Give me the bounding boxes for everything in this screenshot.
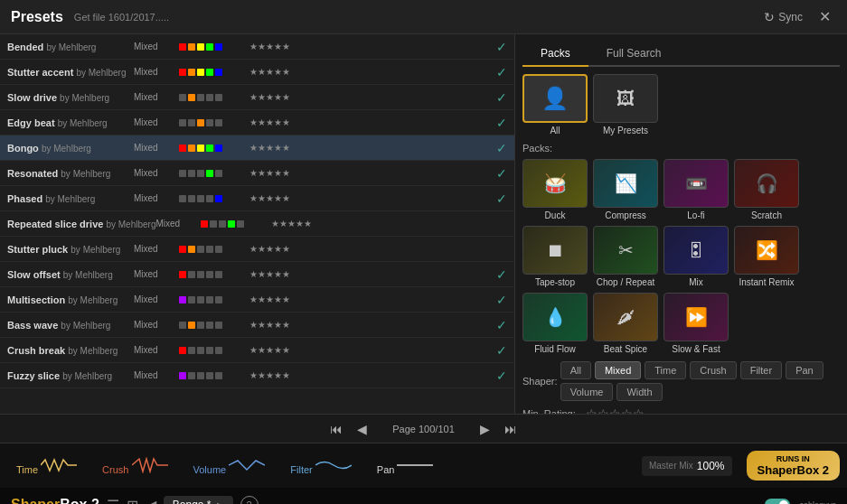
preset-stars[interactable]: ★★★★★ bbox=[249, 117, 322, 127]
preset-author: by Mehlberg bbox=[106, 219, 155, 229]
menu-icon[interactable]: ☰ bbox=[107, 497, 119, 505]
preset-stars[interactable]: ★★★★★ bbox=[249, 370, 322, 380]
preset-stars[interactable]: ★★★★★ bbox=[249, 345, 322, 355]
shaper-btn-pan[interactable]: Pan bbox=[786, 361, 823, 379]
pack-compress[interactable]: 📉Compress bbox=[593, 159, 658, 220]
pack-lofi[interactable]: 📼Lo-fi bbox=[663, 159, 729, 220]
pack-all[interactable]: 👤 All bbox=[522, 74, 588, 135]
preset-row[interactable]: Bongo by MehlbergMixed★★★★★✓ bbox=[0, 135, 514, 161]
preset-row[interactable]: Stutter pluck by MehlbergMixed★★★★★ bbox=[0, 237, 514, 262]
preset-selector[interactable]: Bongo * ▶ bbox=[164, 496, 233, 504]
page-start-button[interactable]: ⏮ bbox=[323, 422, 350, 436]
preset-row[interactable]: Fuzzy slice by MehlbergMixed★★★★★✓ bbox=[0, 363, 514, 388]
pack-label-duck: Duck bbox=[522, 210, 588, 220]
preset-row[interactable]: Crush break by MehlbergMixed★★★★★✓ bbox=[0, 338, 514, 363]
preset-row[interactable]: Multisection by MehlbergMixed★★★★★✓ bbox=[0, 287, 514, 313]
pack-mypresets[interactable]: 🖼 My Presets bbox=[593, 74, 658, 135]
preset-check-icon: ✓ bbox=[496, 40, 507, 54]
brand-text: ShaperBox 2 bbox=[758, 463, 829, 477]
close-button[interactable]: ✕ bbox=[814, 6, 836, 27]
pack-fluidflow[interactable]: 💧Fluid Flow bbox=[522, 293, 588, 354]
preset-colors bbox=[179, 94, 242, 101]
preset-stars[interactable]: ★★★★★ bbox=[249, 244, 322, 254]
color-block bbox=[215, 195, 222, 202]
preset-colors bbox=[179, 145, 242, 152]
shaper-btn-time[interactable]: Time bbox=[645, 361, 686, 379]
preset-row[interactable]: Stutter accent by MehlbergMixed★★★★★✓ bbox=[0, 60, 514, 85]
tab-fullsearch[interactable]: Full Search bbox=[588, 42, 680, 67]
pack-slowfast[interactable]: ⏩Slow & Fast bbox=[663, 293, 729, 354]
tabs-row: Packs Full Search bbox=[522, 42, 840, 67]
pack-instantremix[interactable]: 🔀Instant Remix bbox=[734, 226, 799, 287]
pack-beatspice[interactable]: 🌶Beat Spice bbox=[593, 293, 658, 354]
sync-button[interactable]: ↻ Sync bbox=[764, 10, 803, 24]
preset-stars[interactable]: ★★★★★ bbox=[249, 269, 322, 279]
preset-stars[interactable]: ★★★★★ bbox=[249, 67, 322, 77]
shaper-btn-crush[interactable]: Crush bbox=[690, 361, 736, 379]
color-block bbox=[188, 296, 195, 303]
preset-author: by Mehlberg bbox=[60, 93, 109, 103]
color-block bbox=[179, 347, 186, 354]
preset-stars[interactable]: ★★★★★ bbox=[249, 42, 322, 51]
tab-filter[interactable]: Filter bbox=[281, 453, 361, 479]
preset-check-icon: ✓ bbox=[496, 141, 507, 155]
color-block bbox=[219, 220, 226, 228]
color-block bbox=[197, 43, 204, 51]
preset-type: Mixed bbox=[134, 294, 179, 304]
color-block bbox=[210, 220, 217, 228]
help-button[interactable]: ? bbox=[240, 496, 259, 504]
preset-stars[interactable]: ★★★★★ bbox=[249, 294, 322, 304]
tab-crush[interactable]: Crush bbox=[93, 453, 176, 479]
pack-tapestop[interactable]: ⏹Tape-stop bbox=[522, 226, 588, 287]
page-end-button[interactable]: ⏭ bbox=[497, 422, 524, 436]
rating-stars[interactable]: ☆☆☆☆☆ bbox=[586, 406, 645, 414]
toggle-switch[interactable] bbox=[765, 499, 790, 504]
preset-stars[interactable]: ★★★★★ bbox=[249, 320, 322, 330]
shaper-btn-mixed[interactable]: Mixed bbox=[595, 361, 641, 379]
runs-in-badge[interactable]: RUNS IN ShaperBox 2 bbox=[747, 451, 840, 481]
shaper-btn-volume[interactable]: Volume bbox=[560, 383, 614, 401]
preset-stars[interactable]: ★★★★★ bbox=[249, 143, 322, 153]
preset-row[interactable]: Slow drive by MehlbergMixed★★★★★✓ bbox=[0, 85, 514, 110]
pack-thumb-scratch: 🎧 bbox=[734, 159, 799, 208]
arrow-left-icon[interactable]: ◀ bbox=[146, 497, 156, 505]
grid-icon[interactable]: ⊞ bbox=[127, 497, 138, 505]
preset-author: by Mehlberg bbox=[71, 245, 120, 255]
preset-row[interactable]: Edgy beat by MehlbergMixed★★★★★✓ bbox=[0, 110, 514, 135]
pack-duck[interactable]: 🥁Duck bbox=[522, 159, 588, 220]
page-prev-button[interactable]: ◀ bbox=[350, 422, 374, 436]
pack-choprepeat[interactable]: ✂Chop / Repeat bbox=[593, 226, 658, 287]
preset-stars[interactable]: ★★★★★ bbox=[249, 193, 322, 203]
color-block bbox=[206, 322, 213, 329]
preset-row[interactable]: Resonated by MehlbergMixed★★★★★✓ bbox=[0, 161, 514, 186]
shaper-btn-width[interactable]: Width bbox=[616, 383, 662, 401]
tab-packs[interactable]: Packs bbox=[522, 42, 588, 67]
preset-name: Slow drive by Mehlberg bbox=[7, 92, 134, 103]
page-info: Page 100/101 bbox=[392, 424, 455, 434]
preset-stars[interactable]: ★★★★★ bbox=[249, 92, 322, 102]
color-block bbox=[201, 220, 208, 228]
preset-row[interactable]: Phased by MehlbergMixed★★★★★✓ bbox=[0, 186, 514, 211]
pack-mix[interactable]: 🎛Mix bbox=[663, 226, 729, 287]
preset-row[interactable]: Repeated slice drive by MehlbergMixed★★★… bbox=[0, 211, 514, 237]
tab-volume[interactable]: Volume bbox=[184, 453, 275, 479]
preset-type: Mixed bbox=[134, 193, 179, 203]
color-block bbox=[206, 271, 213, 278]
page-next-button[interactable]: ▶ bbox=[473, 422, 497, 436]
shaper-btn-filter[interactable]: Filter bbox=[740, 361, 782, 379]
color-block bbox=[179, 322, 186, 329]
filter-label: Filter bbox=[290, 464, 312, 475]
shaper-btn-all[interactable]: All bbox=[560, 361, 591, 379]
preset-row[interactable]: Bass wave by MehlbergMixed★★★★★✓ bbox=[0, 313, 514, 338]
tab-pan[interactable]: Pan bbox=[368, 453, 443, 479]
preset-row[interactable]: Bended by MehlbergMixed★★★★★✓ bbox=[0, 34, 514, 60]
preset-stars[interactable]: ★★★★★ bbox=[249, 168, 322, 178]
pack-label-scratch: Scratch bbox=[734, 210, 799, 220]
preset-type: Mixed bbox=[134, 67, 179, 77]
preset-stars[interactable]: ★★★★★ bbox=[271, 219, 344, 229]
preset-row[interactable]: Slow offset by MehlbergMixed★★★★★✓ bbox=[0, 262, 514, 287]
tab-time[interactable]: Time bbox=[7, 453, 86, 479]
color-block bbox=[206, 119, 213, 126]
pack-scratch[interactable]: 🎧Scratch bbox=[734, 159, 799, 220]
preset-author: by Mehlberg bbox=[45, 194, 95, 204]
